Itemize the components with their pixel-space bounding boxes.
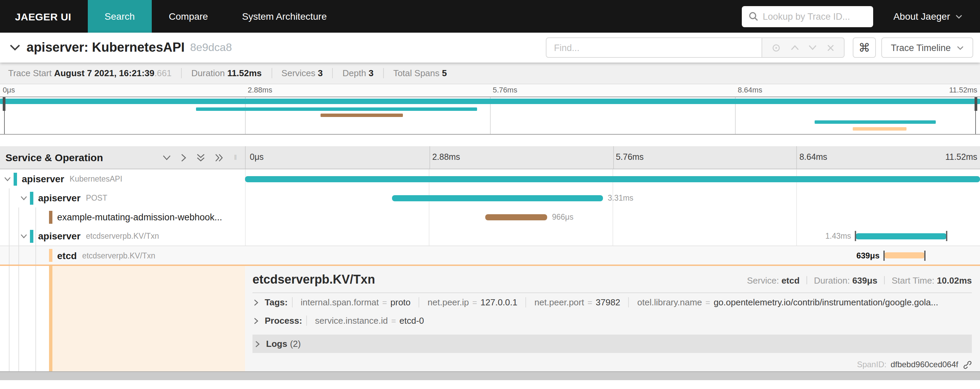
minimap-tick-2: 5.76ms — [493, 86, 517, 94]
equals: = — [584, 298, 595, 307]
collapse-one-icon[interactable] — [163, 155, 171, 160]
find-input[interactable]: Find... — [546, 37, 762, 58]
chevron-down-icon — [957, 45, 964, 50]
expand-one-icon[interactable] — [181, 153, 186, 162]
span-duration-bar[interactable]: 966μs — [485, 214, 547, 220]
process-service-instance-id: service.instance.id=etcd-0 — [306, 316, 432, 326]
chevron-right-icon[interactable] — [255, 340, 260, 347]
trace-id-short: 8e9dca8 — [190, 41, 232, 54]
timeline-header-gridline — [797, 146, 797, 169]
app-logo[interactable]: JAEGER UI — [0, 0, 88, 33]
chevron-down-icon[interactable] — [4, 176, 11, 181]
minimap-span-bar — [321, 114, 403, 117]
span-row-apiserver-kubernetesapi[interactable]: apiserver KubernetesAPI — [0, 169, 980, 188]
chevron-down-icon[interactable] — [21, 233, 28, 238]
summary-total-spans: Total Spans 5 — [384, 68, 457, 78]
span-row-webhook[interactable]: example-mutating-admission-webhook... 96… — [0, 207, 980, 227]
span-name-cell[interactable]: apiserver etcdserverpb.KV/Txn — [0, 227, 245, 246]
previous-match-icon[interactable] — [791, 45, 799, 50]
span-operation: KubernetesAPI — [70, 175, 123, 183]
logs-label: Logs — [266, 339, 287, 349]
trace-minimap[interactable] — [0, 97, 980, 135]
process-accordion[interactable]: Process: service.instance.id=etcd-0 — [253, 311, 972, 330]
span-duration-label: 639μs — [856, 251, 880, 260]
collapse-all-icon[interactable] — [197, 153, 205, 162]
nav-tab-system-architecture[interactable]: System Architecture — [225, 0, 344, 33]
trace-view-selector[interactable]: Trace Timeline — [881, 37, 973, 58]
summary-trace-start: Trace Start August 7 2021, 16:21:39.661 — [8, 68, 182, 78]
span-duration-bar[interactable]: 639μs — [885, 252, 925, 259]
service-value: etcd — [781, 275, 799, 286]
indent — [0, 255, 49, 256]
link-icon[interactable] — [962, 360, 972, 369]
about-jaeger-menu[interactable]: About Jaeger — [873, 0, 980, 33]
service-operation-title: Service & Operation — [5, 152, 163, 163]
chevron-right-icon[interactable] — [254, 317, 259, 324]
span-name-cell[interactable]: etcd etcdserverpb.KV/Txn — [0, 246, 245, 265]
span-track: 966μs — [245, 207, 980, 227]
trace-start-fraction: .661 — [154, 68, 172, 78]
clear-find-icon[interactable] — [827, 44, 834, 51]
span-name-cell[interactable]: apiserver POST — [0, 188, 245, 207]
span-service: example-mutating-admission-webhook... — [57, 212, 222, 222]
span-name-cell[interactable]: example-mutating-admission-webhook... — [0, 207, 245, 227]
span-id-value: dfbebd960ced064f — [891, 360, 958, 369]
expand-all-icon[interactable] — [215, 153, 223, 162]
next-match-icon[interactable] — [808, 45, 817, 50]
selected-span-color-bar — [49, 266, 52, 380]
chevron-right-icon[interactable] — [254, 299, 259, 306]
nav-spacer — [344, 0, 741, 33]
timeline-tick-3: 8.64ms — [799, 152, 827, 162]
chevron-down-icon[interactable] — [21, 195, 28, 200]
services-label: Services — [282, 68, 315, 78]
search-icon — [748, 11, 758, 21]
horizontal-scrollbar[interactable] — [0, 371, 980, 380]
span-service: apiserver — [22, 173, 64, 184]
minimap-tick-1: 2.88ms — [248, 86, 272, 94]
span-duration-bar[interactable]: 3.31ms — [392, 195, 603, 201]
depth-value: 3 — [369, 68, 373, 78]
process-label: Process: — [265, 316, 302, 326]
summary-services: Services 3 — [272, 68, 333, 78]
span-operation: POST — [86, 194, 108, 202]
span-row-apiserver-etcd-txn[interactable]: apiserver etcdserverpb.KV/Txn 1.43ms — [0, 227, 980, 246]
span-duration-label: 1.43ms — [826, 232, 851, 240]
span-row-apiserver-post[interactable]: apiserver POST 3.31ms — [0, 188, 980, 207]
nav-tab-search[interactable]: Search — [88, 0, 152, 33]
bar-start-tick — [884, 250, 885, 260]
tags-accordion[interactable]: Tags: internal.span.format=proto net.pee… — [253, 293, 972, 311]
timeline-header-gridline — [613, 146, 614, 169]
span-service: apiserver — [38, 230, 81, 241]
tag-value: proto — [390, 297, 410, 307]
nav-tab-compare[interactable]: Compare — [152, 0, 225, 33]
bar-start-tick — [855, 231, 856, 241]
span-operation-title: etcdserverpb.KV/Txn — [253, 273, 747, 287]
span-detail-left-gutter — [0, 266, 245, 380]
trace-id-lookup-input[interactable]: Lookup by Trace ID... — [741, 6, 873, 27]
summary-duration: Duration 11.52ms — [182, 68, 272, 78]
span-duration-bar[interactable] — [245, 176, 980, 182]
viewport-right-handle[interactable] — [975, 97, 977, 111]
span-row-etcd-txn-selected[interactable]: etcd etcdserverpb.KV/Txn 639μs — [0, 246, 980, 265]
column-resize-handle[interactable]: ‖ — [234, 154, 237, 161]
span-detail-area: etcdserverpb.KV/Txn Service: etcdDuratio… — [0, 266, 980, 380]
duration-label: Duration: — [814, 275, 850, 286]
viewport-left-handle[interactable] — [3, 97, 5, 111]
timeline-header-gridline — [430, 146, 430, 169]
timeline-tick-2: 5.76ms — [616, 152, 644, 162]
trace-id-lookup-placeholder: Lookup by Trace ID... — [762, 11, 850, 21]
span-name-cell[interactable]: apiserver KubernetesAPI — [0, 169, 245, 188]
logs-accordion[interactable]: Logs (2) — [253, 335, 972, 353]
find-tools — [762, 37, 845, 58]
tag-key: net.peer.ip — [428, 297, 469, 307]
jaeger-trace-page: JAEGER UI Search Compare System Architec… — [0, 0, 980, 389]
collapse-trace-chevron-icon[interactable] — [10, 44, 21, 51]
minimap-span-bar — [853, 127, 907, 130]
span-color-bar — [14, 172, 17, 185]
equals: = — [469, 298, 480, 307]
span-color-bar — [49, 211, 52, 224]
span-duration-bar[interactable]: 1.43ms — [856, 233, 947, 239]
focus-match-icon[interactable] — [772, 43, 781, 52]
span-track — [245, 169, 980, 188]
keyboard-shortcuts-button[interactable]: ⌘ — [853, 37, 876, 58]
